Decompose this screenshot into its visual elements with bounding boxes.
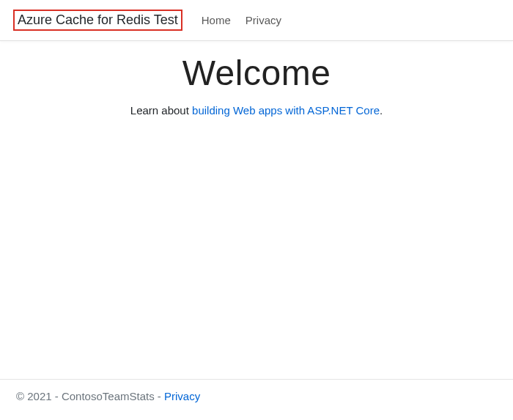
footer-copyright: © 2021 - ContosoTeamStats - [16,390,164,402]
lead-prefix: Learn about [130,104,192,117]
lead-suffix: . [380,104,383,117]
main-content: Welcome Learn about building Web apps wi… [0,41,513,366]
lead-paragraph: Learn about building Web apps with ASP.N… [0,104,513,117]
nav-link-privacy[interactable]: Privacy [238,10,289,31]
page-title: Welcome [0,53,513,93]
navbar: Azure Cache for Redis Test Home Privacy [0,0,513,41]
footer-privacy-link[interactable]: Privacy [164,390,200,402]
nav-link-home[interactable]: Home [194,10,238,31]
footer: © 2021 - ContosoTeamStats - Privacy [0,379,513,420]
lead-link[interactable]: building Web apps with ASP.NET Core [192,104,380,117]
brand-link[interactable]: Azure Cache for Redis Test [18,12,178,27]
nav-links: Home Privacy [194,10,289,31]
brand-highlight-box: Azure Cache for Redis Test [13,10,182,31]
